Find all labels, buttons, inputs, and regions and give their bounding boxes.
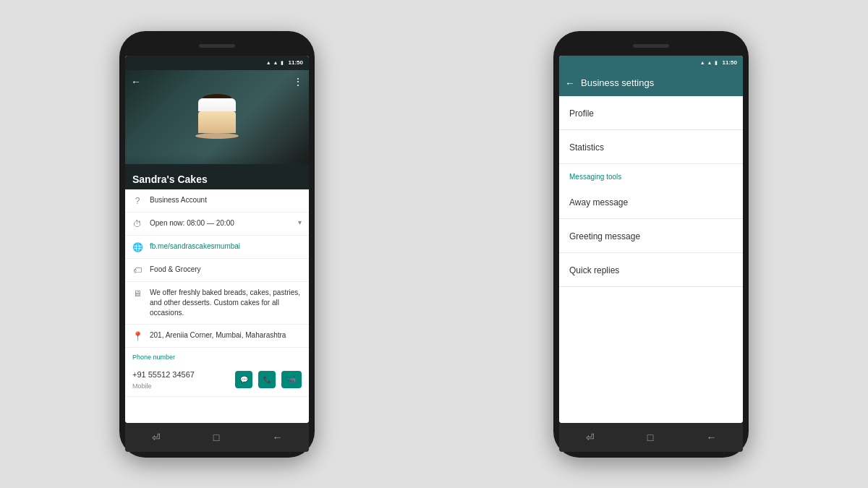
away-message-label: Away message [569,197,628,207]
back-icon-1[interactable]: ← [131,76,141,87]
phone-2-speaker [633,44,669,48]
phone-section-header: Phone number [125,348,309,364]
phone-number: +91 55512 34567 [132,369,228,380]
clock-icon: ⏱ [132,219,142,229]
description-row: 🖥 We offer freshly baked breads, cakes, … [125,282,309,325]
business-account-row: ? Business Account [125,189,309,213]
business-account-text: Business Account [150,195,302,205]
hours-text: Open now: 08:00 — 20:00 [150,218,291,228]
settings-list: Profile Statistics Messaging tools Away … [559,96,743,423]
status-time-1: 11:50 [289,59,303,66]
website-row[interactable]: 🌐 fb.me/sandrascakesmumbai [125,236,309,259]
location-icon: 📍 [132,331,142,341]
wifi-icon-2: ▲ [700,60,705,65]
settings-item-greeting[interactable]: Greeting message [559,219,743,253]
settings-item-away[interactable]: Away message [559,185,743,219]
cake-frosting [198,98,236,111]
status-time-2: 11:50 [723,59,737,66]
status-icons-1: ▲ ▲ ▮ 11:50 [266,59,303,66]
cake-plate [195,133,239,139]
expand-icon[interactable]: ▾ [298,218,302,226]
message-button[interactable]: 💬 [235,371,252,388]
info-content: ? Business Account ⏱ Open now: 08:00 — 2… [125,189,309,423]
description-icon: 🖥 [132,288,142,299]
settings-title: Business settings [581,77,654,88]
phone-1-top-bar [125,38,309,54]
cake-base [198,111,236,133]
nav-home-1[interactable]: □ [213,432,219,443]
status-bar-1: ▲ ▲ ▮ 11:50 [125,56,309,70]
profile-header: ← ⋮ Sandra's Cakes [125,70,309,189]
settings-item-quick-replies[interactable]: Quick replies [559,253,743,287]
phone-type: Mobile [132,382,228,391]
description-text: We offer freshly baked breads, cakes, pa… [150,288,302,318]
address-row: 📍 201, Areniia Corner, Mumbai, Maharasht… [125,325,309,348]
settings-header: ← Business settings [559,70,743,96]
phone-action-buttons: 💬 📞 📹 [235,371,302,388]
nav-back-1[interactable]: ← [272,432,282,443]
profile-name-area: Sandra's Cakes [125,153,309,189]
messaging-tools-section: Messaging tools [559,164,743,185]
statistics-label: Statistics [569,142,604,153]
battery-icon-1: ▮ [281,60,284,66]
phone-2-screen: ▲ ▲ ▮ 11:50 ← Business settings Profile … [559,56,743,423]
back-icon-2[interactable]: ← [565,77,575,89]
signal-icon: ▲ [273,60,278,65]
greeting-message-label: Greeting message [569,231,640,241]
cake-image [195,92,239,142]
status-bar-2: ▲ ▲ ▮ 11:50 [559,56,743,70]
video-button[interactable]: 📹 [281,371,302,388]
nav-home-2[interactable]: □ [647,432,653,443]
nav-back-2[interactable]: ← [706,432,716,443]
phone-2: ▲ ▲ ▮ 11:50 ← Business settings Profile … [553,31,749,458]
settings-item-profile[interactable]: Profile [559,96,743,130]
phone-1-screen: ▲ ▲ ▮ 11:50 ← ⋮ Sandra' [125,56,309,423]
signal-icon-2: ▲ [707,60,712,65]
phone-2-top-bar [559,38,743,54]
address-text: 201, Areniia Corner, Mumbai, Maharashtra [150,330,302,341]
profile-label: Profile [569,108,594,119]
header-actions: ← ⋮ [125,73,309,90]
phone-row: +91 55512 34567 Mobile 💬 📞 📹 [125,364,309,398]
wifi-icon: ▲ [266,60,271,65]
profile-name: Sandra's Cakes [132,174,208,185]
more-icon-1[interactable]: ⋮ [293,76,303,87]
status-icons-2: ▲ ▲ ▮ 11:50 [700,59,737,66]
category-row: 🏷 Food & Grocery [125,259,309,282]
call-button[interactable]: 📞 [258,371,276,388]
phone-1-nav: ⏎ □ ← [125,423,309,452]
business-icon: ? [132,196,142,206]
tag-icon: 🏷 [132,265,142,275]
category-text: Food & Grocery [150,265,302,275]
phone-2-nav: ⏎ □ ← [559,423,743,452]
quick-replies-label: Quick replies [569,265,619,275]
website-link[interactable]: fb.me/sandrascakesmumbai [150,241,302,252]
globe-icon: 🌐 [132,242,142,252]
nav-recent-1[interactable]: ⏎ [152,432,161,443]
battery-icon-2: ▮ [715,60,718,66]
phone-1: ▲ ▲ ▮ 11:50 ← ⋮ Sandra' [119,31,315,458]
hours-row[interactable]: ⏱ Open now: 08:00 — 20:00 ▾ [125,213,309,236]
phone-1-speaker [199,44,235,48]
settings-item-statistics[interactable]: Statistics [559,130,743,164]
nav-recent-2[interactable]: ⏎ [586,432,595,443]
